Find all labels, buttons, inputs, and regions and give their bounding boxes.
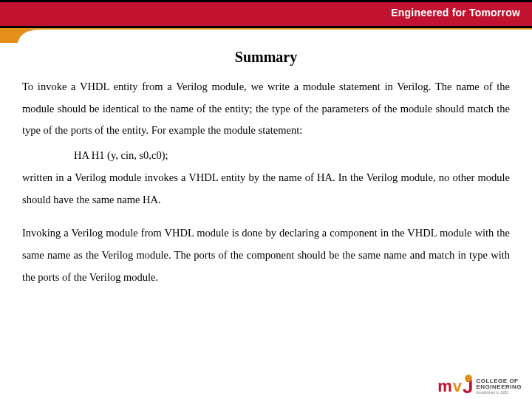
content-area: Summary To invoke a VHDL entity from a V… xyxy=(22,44,510,362)
logo-letter-m: m xyxy=(437,378,452,395)
spacer xyxy=(22,214,510,222)
header-tagline: Engineered for Tomorrow xyxy=(391,7,520,18)
logo-text: COLLEGE OF ENGINEERING Established in 19… xyxy=(476,378,522,395)
paragraph-2: written in a Verilog module invokes a VH… xyxy=(22,167,510,211)
header-bar: Engineered for Tomorrow xyxy=(0,0,532,28)
logo-text-line3: Established in 1982 xyxy=(476,391,508,395)
orange-sweep xyxy=(0,28,532,41)
paragraph-1: To invoke a VHDL entity from a Verilog m… xyxy=(22,76,510,142)
logo-letter-v: v xyxy=(453,378,462,395)
code-example: HA H1 (y, cin, s0,c0); xyxy=(22,145,510,167)
page-title: Summary xyxy=(22,49,510,66)
footer-logo: m v J COLLEGE OF ENGINEERING Established… xyxy=(437,378,522,395)
paragraph-3: Invoking a Verilog module from VHDL modu… xyxy=(22,222,510,288)
logo-mark-icon: m v J xyxy=(437,378,473,395)
logo-letter-j: J xyxy=(463,378,473,395)
logo-text-line2: ENGINEERING xyxy=(476,384,522,390)
